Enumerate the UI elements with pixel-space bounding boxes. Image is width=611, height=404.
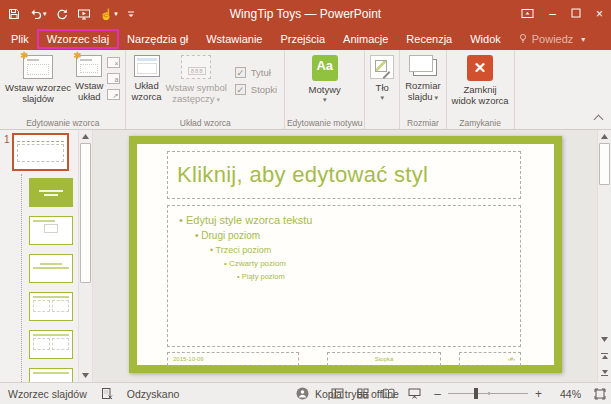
- footer-placeholder[interactable]: Stopka: [327, 352, 441, 366]
- customize-qat-icon[interactable]: [127, 9, 135, 19]
- group-rozmiar: Rozmiarslajdu ▾ Rozmiar: [400, 50, 446, 129]
- group-tlo: Tło ▾: [365, 50, 400, 129]
- title-checkbox[interactable]: ✓ Tytuł: [235, 67, 277, 78]
- thumbnail-title-slide-layout[interactable]: [29, 178, 73, 207]
- preserve-master-icon[interactable]: ↗: [107, 89, 120, 100]
- thumbnail-panel: 1: [0, 130, 78, 382]
- insert-placeholder-icon: 888: [181, 55, 211, 79]
- group-zamykanie: ✕ Zamknijwidok wzorca Zamykanie: [447, 50, 515, 129]
- close-icon[interactable]: ×: [596, 8, 603, 20]
- title-placeholder[interactable]: Kliknij, aby edytować styl: [167, 151, 521, 199]
- thumbnail-slide-master[interactable]: [12, 133, 69, 171]
- status-bar: Wzorzec slajdów Odzyskano Kopia trybu of…: [0, 382, 611, 404]
- normal-view-icon[interactable]: [331, 388, 344, 399]
- maximize-icon[interactable]: [571, 8, 581, 20]
- thumbnail-comparison-layout[interactable]: [29, 330, 73, 359]
- background-icon: [370, 55, 394, 79]
- footers-checkbox[interactable]: ✓ Stopki: [235, 84, 277, 95]
- minimize-icon[interactable]: –: [549, 8, 556, 20]
- delete-master-icon[interactable]: ×: [107, 57, 120, 68]
- ribbon: ✱ Wstaw wzorzecslajdów ✱ Wstawukład × a …: [0, 50, 611, 130]
- scrollbar-thumb[interactable]: [80, 143, 91, 283]
- previous-slide-button[interactable]: [598, 349, 611, 363]
- group-label: Edytowanie wzorca: [0, 118, 125, 128]
- status-left: Wzorzec slajdów Odzyskano: [8, 387, 179, 400]
- group-label: Rozmiar: [400, 118, 445, 128]
- lightbulb-icon: [518, 33, 528, 46]
- background-button[interactable]: Tło ▾: [368, 53, 396, 115]
- tab-recenzja[interactable]: Recenzja: [397, 30, 461, 48]
- save-icon[interactable]: [8, 8, 20, 20]
- start-slideshow-icon[interactable]: [77, 8, 91, 20]
- bullet-level-5: Piąty poziom: [237, 272, 520, 281]
- slide-size-icon: [409, 55, 437, 77]
- tab-widok[interactable]: Widok: [461, 30, 510, 48]
- insert-layout-button[interactable]: ✱ Wstawukład: [73, 53, 106, 115]
- insert-layout-icon: ✱: [76, 55, 102, 77]
- tab-plik[interactable]: Plik: [2, 30, 38, 48]
- slide-edit-area: Kliknij, aby edytować styl Edytuj style …: [93, 130, 597, 382]
- slide-master-canvas: Kliknij, aby edytować styl Edytuj style …: [129, 136, 562, 373]
- layout-checkboxes: ✓ Tytuł ✓ Stopki: [229, 53, 281, 95]
- zoom-out-button[interactable]: –: [434, 387, 441, 401]
- close-master-view-button[interactable]: ✕ Zamknijwidok wzorca: [450, 53, 511, 115]
- slide-scrollbar[interactable]: [597, 130, 611, 382]
- tab-narzedzia-glowne[interactable]: Narzędzia gł: [118, 30, 197, 48]
- thumbnail-content-layout[interactable]: [29, 216, 73, 245]
- group-label: Edytowanie motywu: [285, 118, 364, 128]
- bullet-level-3: Trzeci poziom: [210, 245, 520, 255]
- master-edit-small-buttons: × a ↗: [105, 53, 122, 100]
- group-uklad-wzorca: Układwzorca 888 Wstaw symbolzastępczy ▾ …: [126, 50, 285, 129]
- slide-sorter-icon[interactable]: [357, 388, 369, 399]
- insert-slide-master-button[interactable]: ✱ Wstaw wzorzecslajdów: [3, 53, 73, 115]
- tab-przejscia[interactable]: Przejścia: [271, 30, 334, 48]
- tell-me-box[interactable]: Powiedz: [510, 30, 582, 49]
- ribbon-display-options-icon[interactable]: [521, 8, 534, 21]
- collapse-tellme-caret[interactable]: ▾: [581, 35, 609, 44]
- fit-to-window-icon[interactable]: [594, 388, 606, 400]
- scroll-up-icon[interactable]: [79, 130, 92, 143]
- next-slide-button[interactable]: [598, 366, 611, 380]
- insert-placeholder-button[interactable]: 888 Wstaw symbolzastępczy ▾: [164, 53, 229, 115]
- slideshow-view-icon[interactable]: [408, 388, 421, 399]
- tab-animacje[interactable]: Animacje: [334, 30, 397, 48]
- date-placeholder[interactable]: 2015-10-09: [167, 352, 299, 366]
- recovered-label[interactable]: Odzyskano: [127, 388, 180, 400]
- thumbnail-title-only-layout[interactable]: [29, 368, 73, 382]
- collapse-ribbon-button[interactable]: [594, 115, 604, 125]
- rename-master-icon[interactable]: a: [107, 73, 120, 84]
- zoom-slider[interactable]: [448, 393, 528, 394]
- tab-wstawianie[interactable]: Wstawianie: [197, 30, 271, 48]
- redo-icon[interactable]: [56, 8, 68, 20]
- tab-wzorzec-slajdu[interactable]: Wzorzec slaj: [38, 30, 118, 48]
- checkbox-checked-icon: ✓: [235, 84, 246, 95]
- proofing-status-icon[interactable]: [101, 387, 113, 400]
- bullet-level-2: Drugi poziom: [195, 230, 520, 241]
- scrollbar-thumb[interactable]: [599, 143, 610, 185]
- thumbnail-section-header-layout[interactable]: [29, 254, 73, 283]
- body-placeholder[interactable]: Edytuj style wzorca tekstu Drugi poziom …: [167, 205, 521, 347]
- bullet-level-4: Czwarty poziom: [224, 259, 520, 268]
- title-placeholder-text: Kliknij, aby edytować styl: [168, 162, 428, 188]
- slidenumber-placeholder[interactable]: ‹#›: [459, 352, 521, 366]
- scroll-up-icon[interactable]: [598, 130, 611, 143]
- themes-button[interactable]: Aa Motywy ▾: [307, 53, 343, 115]
- powerpoint-window: ▾ ☝▾ WingTip Toys — PowerPoint – ×: [0, 0, 611, 404]
- slide-size-button[interactable]: Rozmiarslajdu ▾: [403, 53, 442, 115]
- reading-view-icon[interactable]: [382, 388, 395, 399]
- zoom-in-button[interactable]: +: [535, 387, 542, 401]
- scroll-down-icon[interactable]: [79, 369, 92, 382]
- master-layout-button[interactable]: Układwzorca: [129, 53, 163, 115]
- zoom-slider-thumb[interactable]: [474, 388, 478, 399]
- main-area: 1: [0, 130, 611, 382]
- slide-surface: Kliknij, aby edytować styl Edytuj style …: [137, 144, 554, 365]
- touch-mode-icon[interactable]: ☝▾: [100, 9, 118, 20]
- slide-number-label: 1: [4, 134, 10, 145]
- scroll-down-icon[interactable]: [598, 333, 611, 346]
- thumbnail-scrollbar[interactable]: [78, 130, 93, 382]
- zoom-level-label[interactable]: 44%: [555, 388, 581, 400]
- undo-button[interactable]: ▾: [29, 8, 47, 20]
- thumbnail-two-content-layout[interactable]: [29, 292, 73, 321]
- group-label: Zamykanie: [447, 118, 514, 128]
- group-edytowanie-wzorca: ✱ Wstaw wzorzecslajdów ✱ Wstawukład × a …: [0, 50, 126, 129]
